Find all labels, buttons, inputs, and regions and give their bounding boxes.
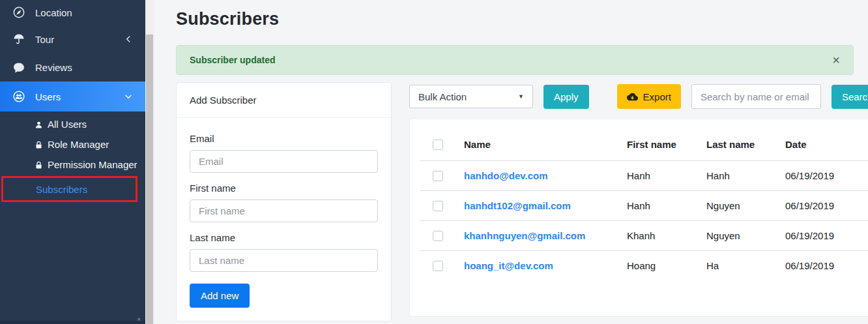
chat-bubble-icon	[12, 61, 25, 74]
subscriber-list-section: Bulk Action ▼ Apply Export	[409, 82, 868, 317]
compass-icon	[12, 6, 25, 19]
add-new-button[interactable]: Add new	[190, 284, 250, 308]
subscriber-email-link[interactable]: hanhdo@dev.com	[464, 170, 548, 181]
sidebar-item-label: Users	[35, 91, 124, 102]
bulk-action-select[interactable]: Bulk Action ▼	[409, 85, 533, 108]
select-all-checkbox[interactable]	[433, 140, 443, 150]
sidebar-item-role-manager[interactable]: Role Manager	[0, 134, 145, 155]
sidebar: Location Tour Reviews	[0, 0, 145, 324]
last-name-field[interactable]	[190, 249, 378, 272]
column-header-date: Date	[780, 126, 868, 161]
sidebar-item-users[interactable]: Users	[0, 81, 145, 111]
subscriber-last-name: Hanh	[701, 161, 780, 191]
column-header-name: Name	[459, 126, 622, 161]
table-row: hanhdt102@gmail.com Hanh Nguyen 06/19/20…	[420, 191, 868, 221]
sidebar-item-all-users[interactable]: All Users	[0, 114, 145, 134]
subscriber-first-name: Hoang	[622, 251, 701, 281]
success-alert: Subscriber updated ×	[176, 45, 854, 75]
bulk-action-value: Bulk Action	[418, 91, 467, 102]
sidebar-subitem-label: Permission Manager	[48, 159, 137, 170]
export-label: Export	[643, 91, 671, 102]
caret-down-icon: ▼	[518, 93, 524, 100]
row-checkbox[interactable]	[433, 261, 443, 271]
sidebar-item-location[interactable]: Location	[0, 0, 145, 25]
sidebar-item-subscribers[interactable]: Subscribers	[3, 178, 136, 200]
app-window: Location Tour Reviews	[0, 0, 868, 324]
first-name-field[interactable]	[190, 199, 378, 222]
alert-message: Subscriber updated	[190, 55, 275, 65]
subscriber-first-name: Khanh	[622, 221, 701, 251]
sidebar-scrollbar-track[interactable]	[145, 0, 154, 324]
column-header-first-name: First name	[622, 126, 701, 161]
subscriber-first-name: Hanh	[622, 161, 701, 191]
search-button[interactable]: Search	[832, 85, 868, 109]
form-card-body: Email First name Last name Add new	[177, 118, 391, 321]
cloud-download-icon	[627, 91, 638, 102]
subscribers-table-card: Name First name Last name Date hanhdo@de…	[409, 119, 868, 317]
subscriber-date: 06/19/2019	[780, 221, 868, 251]
row-checkbox[interactable]	[433, 171, 443, 181]
subscriber-date: 06/19/2019	[780, 251, 868, 281]
scroll-up-indicator: ^	[134, 319, 143, 324]
subscriber-last-name: Ha	[701, 251, 780, 281]
apply-button[interactable]: Apply	[543, 85, 589, 109]
sidebar-item-reviews[interactable]: Reviews	[0, 53, 145, 81]
subscriber-last-name: Nguyen	[701, 221, 780, 251]
subscriber-email-link[interactable]: khanhnguyen@gmail.com	[464, 230, 585, 241]
subscribers-table: Name First name Last name Date hanhdo@de…	[420, 126, 868, 307]
users-submenu: All Users Role Manager P	[0, 111, 145, 202]
subscriber-email-link[interactable]: hanhdt102@gmail.com	[464, 200, 571, 211]
person-icon	[35, 120, 43, 128]
sidebar-item-label: Reviews	[35, 62, 133, 73]
search-input[interactable]	[691, 84, 821, 109]
subscriber-last-name: Nguyen	[701, 191, 780, 221]
table-bottom-spacer	[420, 281, 868, 307]
table-row: khanhnguyen@gmail.com Khanh Nguyen 06/19…	[420, 221, 868, 251]
sidebar-item-label: Tour	[35, 34, 124, 45]
table-toolbar: Bulk Action ▼ Apply Export	[409, 84, 868, 109]
sidebar-item-tour[interactable]: Tour	[0, 25, 145, 53]
table-row: hanhdo@dev.com Hanh Hanh 06/19/2019	[420, 161, 868, 191]
form-card-title: Add Subscriber	[177, 83, 391, 118]
users-group-icon	[12, 90, 25, 103]
lock-icon	[35, 140, 43, 149]
lock-icon	[35, 160, 43, 169]
add-subscriber-card: Add Subscriber Email First name Last nam…	[176, 82, 392, 321]
column-header-last-name: Last name	[701, 126, 780, 161]
page-title: Subscribers	[176, 9, 868, 29]
table-header-row: Name First name Last name Date	[420, 126, 868, 161]
subscriber-date: 06/19/2019	[780, 161, 868, 191]
subscriber-email-link[interactable]: hoang_it@dev.com	[464, 260, 553, 271]
sidebar-subitem-label: Subscribers	[36, 184, 87, 195]
content-row: Add Subscriber Email First name Last nam…	[176, 82, 868, 321]
row-checkbox[interactable]	[433, 201, 443, 211]
close-icon[interactable]: ×	[832, 53, 840, 66]
email-label: Email	[190, 133, 378, 144]
row-checkbox[interactable]	[433, 231, 443, 241]
email-field[interactable]	[190, 150, 378, 173]
sidebar-subitem-label: All Users	[48, 119, 87, 130]
first-name-label: First name	[190, 183, 378, 194]
subscriber-date: 06/19/2019	[780, 191, 868, 221]
table-row: hoang_it@dev.com Hoang Ha 06/19/2019	[420, 251, 868, 281]
chevron-left-icon	[124, 35, 133, 44]
highlight-box: Subscribers	[1, 176, 137, 202]
chevron-down-icon	[124, 92, 133, 101]
main-content: Subscribers Subscriber updated × Add Sub…	[154, 0, 868, 324]
subscriber-first-name: Hanh	[622, 191, 701, 221]
sidebar-item-label: Location	[35, 7, 133, 18]
sidebar-item-permission-manager[interactable]: Permission Manager	[0, 155, 145, 175]
last-name-label: Last name	[190, 232, 378, 243]
sidebar-scrollbar-thumb[interactable]	[146, 35, 153, 324]
umbrella-icon	[12, 33, 25, 46]
export-button[interactable]: Export	[617, 84, 681, 109]
sidebar-subitem-label: Role Manager	[48, 139, 109, 150]
